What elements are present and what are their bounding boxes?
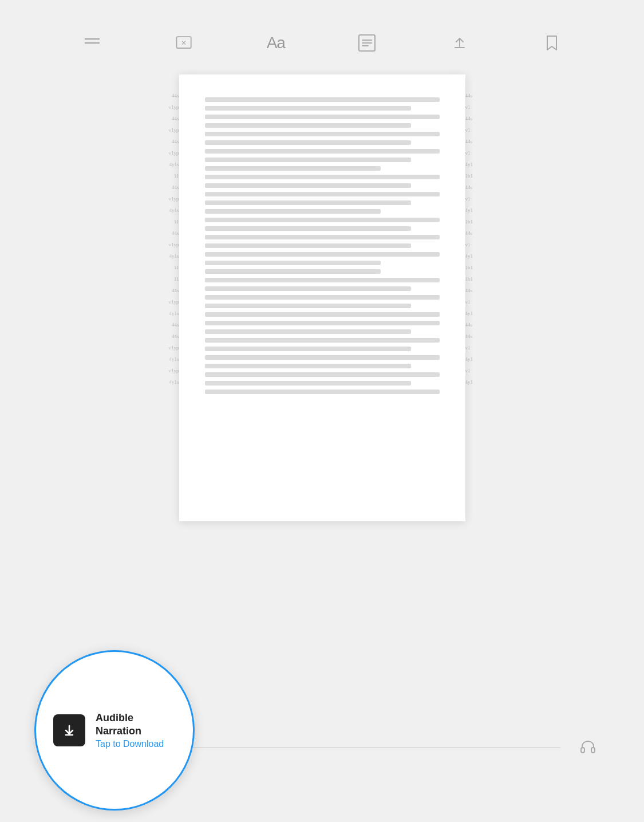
book-page: [179, 74, 465, 521]
left-num-8: 11: [174, 172, 179, 180]
text-line: [205, 252, 440, 257]
left-num-15: 4y1s: [169, 252, 179, 260]
text-line: [205, 218, 440, 222]
left-num-25: v1yp: [169, 367, 179, 375]
text-line: [205, 243, 412, 248]
left-num-13: 44s: [172, 229, 179, 237]
audible-tap-to-download[interactable]: Tap to Download: [96, 739, 176, 749]
right-num-3: 44s: [465, 115, 473, 123]
right-num-26: 4y1: [465, 378, 473, 386]
left-num-2: v1yp: [169, 103, 179, 111]
left-num-3: 44s: [172, 115, 179, 123]
right-num-5: 44s: [465, 137, 473, 145]
left-num-7: 4y1s: [169, 160, 179, 168]
svg-rect-8: [581, 748, 584, 753]
right-num-14: v1: [465, 241, 471, 249]
text-line: [205, 381, 412, 386]
right-num-25: v1: [465, 367, 471, 375]
flashcard-button[interactable]: ✕: [174, 33, 195, 53]
download-button[interactable]: [53, 714, 85, 746]
left-num-14: v1yp: [169, 241, 179, 249]
text-line: [205, 312, 440, 317]
text-line: [205, 295, 440, 300]
right-num-18: 44s: [465, 286, 473, 294]
left-num-21: 44s: [172, 321, 179, 329]
right-num-2: v1: [465, 103, 471, 111]
left-num-5: 44s: [172, 137, 179, 145]
page-wrapper: 44s v1yp 44s v1yp 44s v1yp 4y1s 11 44s v…: [133, 74, 511, 521]
toolbar: ✕ Aa: [0, 17, 644, 69]
text-line: [205, 192, 440, 196]
left-num-20: 4y1s: [169, 309, 179, 317]
text-line: [205, 329, 412, 334]
text-line: [205, 106, 412, 111]
text-line: [205, 209, 381, 214]
text-content: [205, 97, 440, 394]
bookmark-button[interactable]: [542, 33, 562, 53]
text-line: [205, 235, 440, 239]
text-line: [205, 347, 412, 351]
text-line: [205, 158, 412, 162]
right-num-9: 44s: [465, 183, 473, 191]
right-num-10: v1: [465, 195, 471, 203]
right-num-15: 4y1: [465, 252, 473, 260]
right-num-23: v1: [465, 344, 471, 352]
right-num-4: v1: [465, 126, 471, 134]
text-line: [205, 132, 440, 136]
right-num-22: 44s: [465, 332, 473, 340]
right-num-21: 44s: [465, 321, 473, 329]
text-line: [205, 364, 412, 368]
left-num-22: 44s: [172, 332, 179, 340]
text-line: [205, 304, 412, 308]
left-num-17: 11: [174, 275, 179, 283]
text-line: [205, 226, 412, 231]
right-num-24: 4y1: [465, 355, 473, 363]
text-line: [205, 286, 412, 291]
text-line: [205, 321, 440, 325]
left-num-1: 44s: [172, 92, 179, 100]
text-line: [205, 175, 440, 179]
audible-popup-inner: Audible Narration Tap to Download: [36, 711, 193, 750]
headphone-icon[interactable]: [578, 736, 598, 759]
right-num-16: 1b1: [465, 263, 473, 272]
notes-button[interactable]: [357, 33, 377, 53]
right-num-8: 1b1: [465, 172, 473, 180]
menu-button[interactable]: [82, 33, 102, 53]
text-line: [205, 269, 381, 274]
left-num-9: 44s: [172, 183, 179, 191]
text-line: [205, 115, 440, 119]
left-num-23: v1yp: [169, 344, 179, 352]
right-num-1: 44s: [465, 92, 473, 100]
left-num-11: 4y1s: [169, 206, 179, 214]
text-line: [205, 140, 412, 145]
text-line: [205, 123, 412, 128]
share-button[interactable]: [449, 33, 470, 53]
audible-narration-popup[interactable]: Audible Narration Tap to Download: [34, 650, 195, 811]
left-num-18: 44s: [172, 286, 179, 294]
right-num-7: 4y1: [465, 160, 473, 168]
audible-text: Audible Narration Tap to Download: [96, 711, 176, 750]
text-line: [205, 97, 440, 102]
left-num-6: v1yp: [169, 149, 179, 157]
left-num-24: 4y1s: [169, 355, 179, 363]
right-num-11: 4y1: [465, 206, 473, 214]
text-line: [205, 261, 381, 265]
text-line: [205, 200, 412, 205]
svg-text:✕: ✕: [181, 39, 187, 46]
left-num-12: 11: [174, 218, 179, 226]
right-num-13: 44s: [465, 229, 473, 237]
right-num-12: 1b1: [465, 218, 473, 226]
text-line: [205, 183, 412, 188]
right-num-20: 4y1: [465, 309, 473, 317]
left-side-panel: 44s v1yp 44s v1yp 44s v1yp 4y1s 11 44s v…: [133, 74, 179, 386]
text-line: [205, 372, 440, 377]
left-num-10: v1yp: [169, 195, 179, 203]
right-num-19: v1: [465, 298, 471, 306]
right-side-panel: 44s v1 44s v1 44s v1 4y1 1b1 44s v1 4y1 …: [465, 74, 511, 386]
svg-rect-9: [591, 748, 595, 753]
text-line: [205, 338, 440, 343]
text-line: [205, 166, 381, 171]
audible-title: Audible Narration: [96, 711, 176, 738]
font-size-button[interactable]: Aa: [267, 34, 285, 52]
left-num-26: 4y1s: [169, 378, 179, 386]
